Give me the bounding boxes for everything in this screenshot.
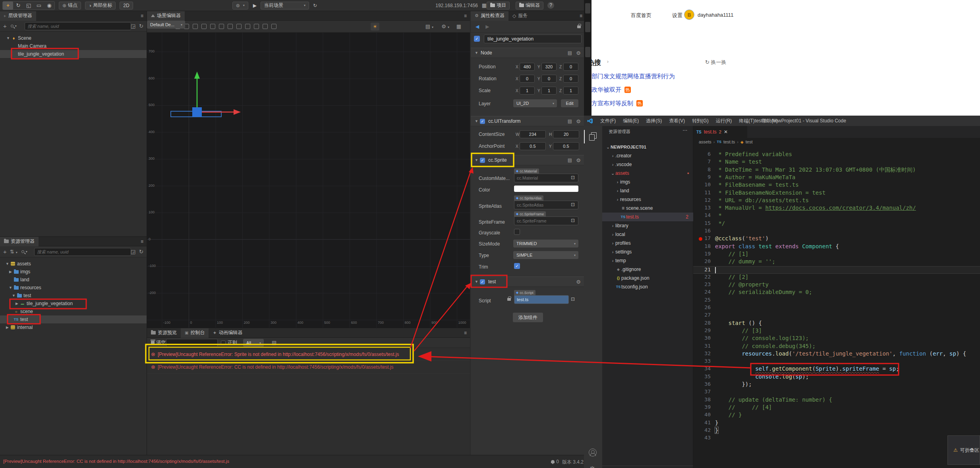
tab-hierarchy[interactable]: ⫦层级管理器 <box>0 11 36 21</box>
custom-material-input[interactable]: cc.Material <box>514 174 578 182</box>
explorer-item-test-ts[interactable]: TStest.ts2 <box>602 213 693 221</box>
2d-mode-button[interactable]: 2D <box>120 2 133 10</box>
assets-search-input[interactable] <box>34 248 131 256</box>
tree-item-assets[interactable]: ▼assets <box>0 260 147 268</box>
scene-select-dropdown[interactable]: 当前场景▾ <box>261 2 309 10</box>
explorer-item-resources[interactable]: ›resources <box>602 195 693 204</box>
tree-item-main-camera[interactable]: Main Camera <box>0 42 147 50</box>
test-enabled-checkbox[interactable]: ✓ <box>480 279 485 284</box>
search-filter-dropdown[interactable]: ▾ <box>11 24 17 28</box>
baidu-settings-link[interactable]: 设置 <box>672 12 682 19</box>
tree-item-test[interactable]: TStest <box>0 315 147 323</box>
node-settings-icon[interactable]: ⚙ <box>576 50 581 56</box>
menu-E[interactable]: 编辑(E) <box>623 118 639 124</box>
align-icon[interactable] <box>271 24 276 29</box>
settings-gear-icon[interactable]: ⚙ <box>589 464 596 468</box>
panel-menu-icon[interactable]: ≡ <box>141 13 143 19</box>
help-doc-icon[interactable]: ▤ <box>568 118 572 124</box>
code-line-7[interactable]: 7 * Name = test <box>693 159 980 166</box>
value-box[interactable]: 0.5 <box>520 142 546 150</box>
color-swatch[interactable] <box>514 186 578 192</box>
platform-dropdown[interactable]: ⊚▾ <box>232 2 248 10</box>
sort-assets-icon[interactable]: ⇅▾ <box>10 249 17 255</box>
tree-item-internal[interactable]: ▶internal <box>0 323 147 331</box>
tab-animation-editor[interactable]: ✦动画编辑器 <box>209 328 246 338</box>
menu-V[interactable]: 查看(V) <box>669 118 685 124</box>
menu-T[interactable]: 终端(T) <box>739 118 754 124</box>
tab-assets[interactable]: 资源管理器 <box>0 237 39 246</box>
code-line-34[interactable]: 34 self.getComponent(Sprite).spriteFrame… <box>693 366 980 373</box>
node-section-header[interactable]: ▼Node ▤ ⚙ <box>471 48 586 58</box>
value-box[interactable]: 0 <box>563 63 578 71</box>
grayscale-checkbox[interactable] <box>514 229 520 235</box>
explorer-item--gitignore[interactable]: ◆.gitignore <box>602 265 693 274</box>
menu-F[interactable]: 文件(F) <box>600 118 616 124</box>
regex-checkbox[interactable] <box>221 340 226 345</box>
news-link[interactable]: 五部门发文规范网络直播营利行为 <box>586 73 675 80</box>
clear-console-button[interactable]: 清空 <box>151 339 166 346</box>
lock-inspector-icon[interactable] <box>577 24 581 29</box>
menu-R[interactable]: 运行(R) <box>716 118 732 124</box>
code-line-26[interactable]: 26 <box>693 304 980 312</box>
news-link[interactable]: 傅政华被双开热 <box>586 86 631 94</box>
code-line-24[interactable]: 24 // serializableDummy = 0; <box>693 289 980 296</box>
tree-item-tile-jungle-vegetation[interactable]: tile_jungle_vegetation <box>0 50 147 58</box>
account-icon[interactable] <box>589 449 597 456</box>
code-line-20[interactable]: 20 // dummy = ''; <box>693 258 980 266</box>
value-box[interactable]: 0 <box>541 75 557 83</box>
test-section-header[interactable]: ▼ ✓ test ⚙ <box>471 277 586 287</box>
value-box[interactable]: 1 <box>541 87 557 95</box>
code-line-35[interactable]: 35 console.log(sp); <box>693 373 980 381</box>
script-picker-icon[interactable]: ⊡ <box>571 296 575 302</box>
code-line-13[interactable]: 13 * ManualUrl = https://docs.cocos.com/… <box>693 205 980 212</box>
uitransform-settings-icon[interactable]: ⚙ <box>576 118 581 124</box>
sprite-atlas-input[interactable]: cc.SpriteAtlas <box>514 201 578 209</box>
console-error-row[interactable]: ⊗[Preview]Uncaught ReferenceError: CC is… <box>147 361 470 373</box>
trim-checkbox[interactable]: ✓ <box>514 263 520 269</box>
code-line-10[interactable]: 10 * FileBasename = test.ts <box>693 182 980 189</box>
scene-canvas[interactable]: 7006005004003002001000-100-200 -10001002… <box>147 33 470 328</box>
value-box[interactable]: 1 <box>520 87 535 95</box>
code-line-29[interactable]: 29 // [3] <box>693 327 980 335</box>
script-input[interactable]: test.ts <box>514 295 569 304</box>
code-line-11[interactable]: 11 * FileBasenameNoExtension = test <box>693 190 980 197</box>
type-dropdown[interactable]: SIMPLE▾ <box>513 251 578 259</box>
material-picker-icon[interactable]: ⊡ <box>571 175 575 180</box>
align-icon[interactable] <box>210 24 215 29</box>
hierarchy-search-input[interactable] <box>25 22 131 30</box>
align-icon[interactable] <box>219 24 224 29</box>
explorer-item-profiles[interactable]: ›profiles <box>602 239 693 248</box>
help-button[interactable]: ? <box>547 2 554 9</box>
search-filter-dropdown[interactable]: ▾ <box>21 250 27 253</box>
gizmo-preset-dropdown[interactable]: Default De...▾ <box>147 21 185 29</box>
align-icon[interactable] <box>254 24 259 29</box>
add-node-button[interactable]: + <box>3 23 7 29</box>
atlas-picker-icon[interactable]: ⊡ <box>571 202 575 207</box>
uitransform-section-header[interactable]: ▼ ✓ cc.UITransform ▤ ⚙ <box>471 116 586 126</box>
console-filter-input[interactable] <box>166 339 218 347</box>
explorer-item-assets[interactable]: ⌄assets● <box>602 169 693 178</box>
collapse-all-icon[interactable]: ◲ <box>131 23 135 29</box>
explorer-item-package-json[interactable]: {}package.json <box>602 274 693 282</box>
value-box[interactable]: 0 <box>520 75 535 83</box>
value-box[interactable]: 480 <box>520 63 535 71</box>
sprite-frame-input[interactable]: cc.SpriteFrame <box>514 217 578 225</box>
open-editor-button[interactable]: 编辑器 <box>516 2 543 10</box>
code-line-15[interactable]: 15 */ <box>693 220 980 228</box>
local-coord-button[interactable]: ◑局部坐标 <box>85 2 116 10</box>
code-line-42[interactable]: 42} <box>693 427 980 435</box>
sprite-enabled-checkbox[interactable]: ✓ <box>480 158 485 163</box>
code-line-27[interactable]: 27 <box>693 312 980 319</box>
refresh-scene-icon[interactable]: ↻ <box>313 3 317 8</box>
code-line-36[interactable]: 36 }); <box>693 381 980 389</box>
tree-item-land[interactable]: land <box>0 276 147 284</box>
help-doc-icon[interactable]: ▤ <box>568 50 572 56</box>
layer-dropdown[interactable]: UI_2D▾ <box>513 99 557 107</box>
explorer-item-local[interactable]: ›local <box>602 230 693 239</box>
scene-settings-icon[interactable]: ⚙▾ <box>441 23 449 29</box>
align-icon[interactable] <box>263 24 268 29</box>
code-line-40[interactable]: 40 // } <box>693 412 980 419</box>
baidu-home-link[interactable]: 百度首页 <box>631 12 651 19</box>
sprite-section-header[interactable]: ▼ ✓ cc.Sprite ▤ ⚙ <box>471 155 586 165</box>
help-doc-icon[interactable]: ▤ <box>568 157 572 163</box>
